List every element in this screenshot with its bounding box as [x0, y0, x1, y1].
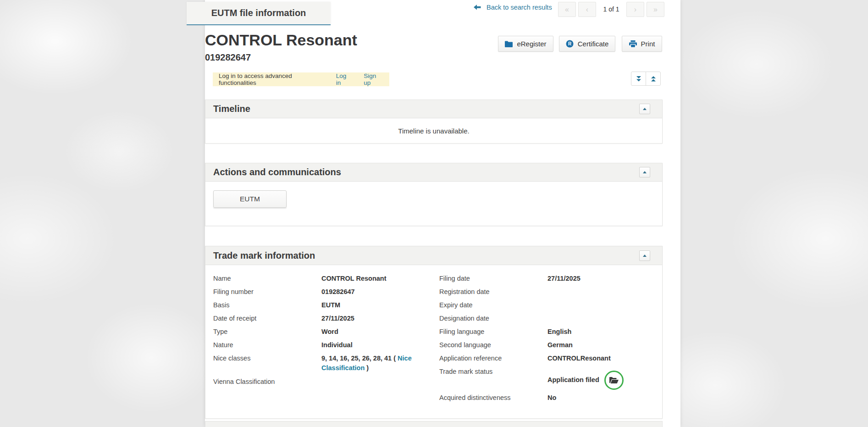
registered-mark-icon: R: [566, 40, 574, 48]
print-button[interactable]: Print: [622, 36, 662, 52]
collapse-triangle-icon: [643, 255, 647, 257]
field-acquired-distinctiveness: Acquired distinctiveness No: [439, 393, 655, 406]
field-filing-language: Filing language English: [439, 327, 655, 340]
collapse-triangle-icon: [643, 108, 647, 110]
certificate-button[interactable]: R Certificate: [559, 36, 615, 52]
trademark-body: Name CONTROL Resonant Filing number 0192…: [205, 265, 662, 418]
signup-link[interactable]: Sign up: [364, 72, 383, 86]
trademark-section-header: Trade mark information: [205, 246, 662, 265]
login-banner: Log in to access advanced functionalitie…: [213, 72, 389, 86]
field-application-reference: Application reference CONTROLResonant: [439, 354, 655, 367]
collapse-triangle-icon: [643, 171, 647, 173]
eregister-label: eRegister: [517, 40, 546, 48]
login-banner-message: Log in to access advanced functionalitie…: [219, 72, 324, 86]
next-page-button[interactable]: ›: [626, 2, 644, 17]
timeline-collapse-button[interactable]: [639, 104, 650, 114]
field-trademark-status: Trade mark status Application filed: [439, 367, 655, 393]
expand-collapse-group: [631, 72, 661, 86]
timeline-body: Timeline is unavailable.: [205, 118, 662, 143]
back-to-search-results-link[interactable]: Back to search results: [474, 4, 552, 11]
field-nature: Nature Individual: [213, 340, 439, 354]
page-title: CONTROL Resonant: [205, 31, 357, 49]
previous-page-icon: ‹: [586, 6, 588, 14]
collapse-all-button[interactable]: [646, 72, 661, 86]
field-name: Name CONTROL Resonant: [213, 274, 439, 287]
last-page-icon: »: [653, 6, 658, 14]
login-link[interactable]: Log in: [336, 72, 352, 86]
actions-section-header: Actions and communications: [205, 163, 662, 182]
timeline-title: Timeline: [213, 104, 250, 114]
timeline-section-header: Timeline: [205, 100, 662, 118]
result-pager: « ‹ 1 of 1 › »: [558, 2, 664, 17]
actions-section: Actions and communications EUTM: [205, 163, 663, 226]
pager-position-label: 1 of 1: [598, 2, 624, 17]
first-page-button[interactable]: «: [558, 2, 576, 17]
folder-icon: [505, 41, 513, 47]
actions-title: Actions and communications: [213, 167, 341, 177]
field-date-of-receipt: Date of receipt 27/11/2025: [213, 314, 439, 327]
field-nice-classes: Nice classes 9, 14, 16, 25, 26, 28, 41 (…: [213, 354, 439, 377]
double-chevron-up-icon: [650, 76, 657, 82]
trademark-info-section: Trade mark information Name CONTROL Reso…: [205, 246, 663, 419]
trademark-right-column: Filing date 27/11/2025 Registration date…: [439, 274, 655, 418]
field-filing-number: Filing number 019282647: [213, 287, 439, 300]
eutm-tab-button[interactable]: EUTM: [213, 190, 287, 208]
field-expiry-date: Expiry date: [439, 300, 655, 314]
field-vienna-classification: Vienna Classification: [213, 377, 439, 390]
previous-page-button[interactable]: ‹: [578, 2, 596, 17]
double-chevron-down-icon: [636, 76, 642, 82]
back-link-label: Back to search results: [487, 4, 552, 11]
trademark-title: Trade mark information: [213, 250, 315, 261]
field-type: Type Word: [213, 327, 439, 340]
application-filed-open-folder-icon: [604, 371, 624, 390]
actions-body: EUTM: [205, 182, 662, 226]
last-page-button[interactable]: »: [647, 2, 664, 17]
actions-collapse-button[interactable]: [639, 167, 650, 177]
back-arrow-icon: [474, 5, 481, 10]
next-page-icon: ›: [634, 6, 636, 14]
timeline-section: Timeline Timeline is unavailable.: [205, 100, 663, 144]
first-page-icon: «: [565, 6, 569, 14]
trademark-left-column: Name CONTROL Resonant Filing number 0192…: [213, 274, 439, 418]
field-registration-date: Registration date: [439, 287, 655, 300]
eregister-button[interactable]: eRegister: [498, 36, 553, 52]
field-basis: Basis EUTM: [213, 300, 439, 314]
next-section-header-partial: [205, 421, 663, 427]
nice-classes-values: 9, 14, 16, 25, 26, 28, 41 (: [321, 355, 398, 362]
field-filing-date: Filing date 27/11/2025: [439, 274, 655, 287]
trademark-collapse-button[interactable]: [639, 250, 650, 261]
tab-eutm-file-information[interactable]: EUTM file information: [187, 2, 331, 25]
field-second-language: Second language German: [439, 340, 655, 354]
nice-classes-suffix: ): [365, 364, 369, 372]
timeline-unavailable-message: Timeline is unavailable.: [398, 127, 469, 135]
certificate-label: Certificate: [578, 40, 609, 48]
application-number: 019282647: [205, 52, 251, 63]
field-designation-date: Designation date: [439, 314, 655, 327]
svg-text:R: R: [568, 41, 572, 46]
trademark-status-value: Application filed: [547, 375, 599, 385]
printer-icon: [629, 40, 637, 48]
expand-all-button[interactable]: [631, 72, 646, 86]
print-label: Print: [641, 40, 655, 48]
